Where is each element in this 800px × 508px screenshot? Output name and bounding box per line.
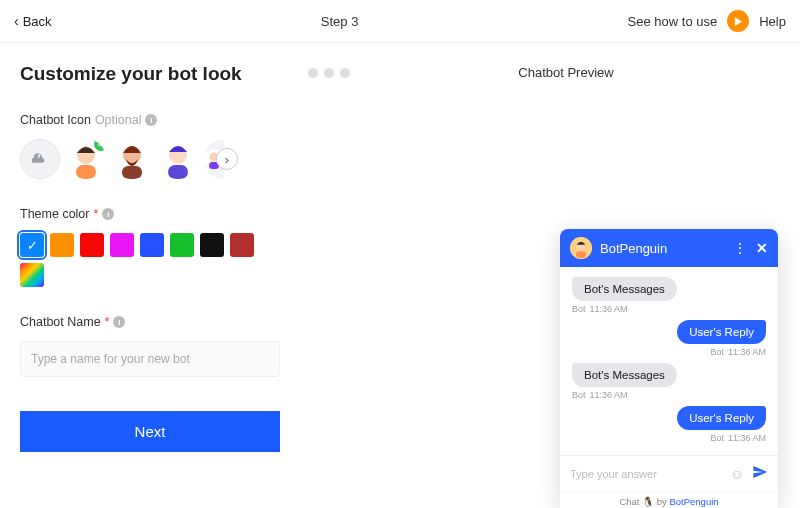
- theme-swatch-4[interactable]: [140, 233, 164, 257]
- theme-swatch-6[interactable]: [200, 233, 224, 257]
- bot-message: Bot's MessagesBot11:36 AM: [572, 363, 766, 400]
- chevron-left-icon: ‹: [14, 13, 19, 29]
- theme-swatch-2[interactable]: [80, 233, 104, 257]
- avatar-option-1[interactable]: [66, 139, 106, 179]
- theme-swatch-custom[interactable]: [20, 263, 44, 287]
- user-message: User's ReplyBot11:36 AM: [572, 406, 766, 443]
- chat-footer: Chat 🐧 by BotPenguin: [560, 491, 778, 508]
- upload-avatar-button[interactable]: [20, 139, 60, 179]
- chat-input-bar: ☺: [560, 455, 778, 491]
- top-bar: ‹ Back Step 3 See how to use Help: [0, 0, 800, 43]
- theme-field-label: Theme color * i: [20, 207, 290, 221]
- chatbot-name-input[interactable]: [20, 341, 280, 377]
- window-dot: [340, 68, 350, 78]
- icon-label-text: Chatbot Icon: [20, 113, 91, 127]
- close-icon[interactable]: ✕: [756, 240, 768, 256]
- message-meta: Bot11:36 AM: [710, 433, 766, 443]
- footer-prefix: Chat: [619, 496, 639, 507]
- required-asterisk: *: [93, 207, 98, 221]
- penguin-icon: 🐧: [642, 496, 654, 507]
- message-meta: Bot11:36 AM: [710, 347, 766, 357]
- footer-by: by: [657, 496, 667, 507]
- preview-title: Chatbot Preview: [350, 65, 782, 80]
- avatar-option-2[interactable]: [112, 139, 152, 179]
- message-bubble: User's Reply: [677, 320, 766, 344]
- user-message: User's ReplyBot11:36 AM: [572, 320, 766, 357]
- footer-brand: BotPenguin: [669, 496, 718, 507]
- preview-panel: Chatbot Preview BotPenguin ⋮ ✕ Bot's Mes…: [290, 43, 800, 508]
- chat-header: BotPenguin ⋮ ✕: [560, 229, 778, 267]
- svg-rect-2: [76, 165, 96, 179]
- message-bubble: User's Reply: [677, 406, 766, 430]
- preview-header: Chatbot Preview: [308, 63, 782, 88]
- chat-title: BotPenguin: [600, 241, 725, 256]
- theme-swatch-5[interactable]: [170, 233, 194, 257]
- main: Customize your bot look Chatbot Icon Opt…: [0, 43, 800, 508]
- theme-label-text: Theme color: [20, 207, 89, 221]
- chat-header-actions: ⋮ ✕: [733, 240, 768, 256]
- theme-swatches: [20, 233, 260, 287]
- header-right: See how to use Help: [628, 10, 786, 32]
- avatar-option-3[interactable]: [158, 139, 198, 179]
- help-link[interactable]: Help: [759, 14, 786, 29]
- chat-body: Bot's MessagesBot11:36 AMUser's ReplyBot…: [560, 267, 778, 455]
- info-icon[interactable]: i: [145, 114, 157, 126]
- icon-optional: Optional: [95, 113, 142, 127]
- window-dots: [308, 68, 350, 78]
- message-bubble: Bot's Messages: [572, 363, 677, 387]
- icon-picker: ›: [20, 139, 290, 179]
- info-icon[interactable]: i: [102, 208, 114, 220]
- svg-rect-8: [168, 165, 188, 179]
- message-bubble: Bot's Messages: [572, 277, 677, 301]
- see-how-label[interactable]: See how to use: [628, 14, 718, 29]
- kebab-menu-icon[interactable]: ⋮: [733, 240, 746, 256]
- play-icon[interactable]: [727, 10, 749, 32]
- window-dot: [308, 68, 318, 78]
- customize-panel: Customize your bot look Chatbot Icon Opt…: [0, 43, 290, 508]
- theme-swatch-1[interactable]: [50, 233, 74, 257]
- back-label: Back: [23, 14, 52, 29]
- emoji-icon[interactable]: ☺: [730, 466, 744, 482]
- chat-window: BotPenguin ⋮ ✕ Bot's MessagesBot11:36 AM…: [560, 229, 778, 508]
- window-dot: [324, 68, 334, 78]
- name-field-label: Chatbot Name * i: [20, 315, 290, 329]
- icon-scroll-right[interactable]: ›: [216, 148, 238, 170]
- step-indicator: Step 3: [321, 14, 359, 29]
- theme-swatch-7[interactable]: [230, 233, 254, 257]
- bot-message: Bot's MessagesBot11:36 AM: [572, 277, 766, 314]
- svg-rect-14: [576, 251, 586, 258]
- theme-swatch-0[interactable]: [20, 233, 44, 257]
- message-meta: Bot11:36 AM: [572, 390, 628, 400]
- name-label-text: Chatbot Name: [20, 315, 101, 329]
- chat-input[interactable]: [570, 468, 722, 480]
- back-button[interactable]: ‹ Back: [14, 13, 52, 29]
- svg-rect-5: [122, 166, 142, 179]
- required-asterisk: *: [105, 315, 110, 329]
- theme-swatch-3[interactable]: [110, 233, 134, 257]
- send-icon[interactable]: [752, 464, 768, 483]
- icon-field-label: Chatbot Icon Optional i: [20, 113, 290, 127]
- next-button[interactable]: Next: [20, 411, 280, 452]
- chat-header-avatar: [570, 237, 592, 259]
- message-meta: Bot11:36 AM: [572, 304, 628, 314]
- page-title: Customize your bot look: [20, 63, 290, 85]
- info-icon[interactable]: i: [113, 316, 125, 328]
